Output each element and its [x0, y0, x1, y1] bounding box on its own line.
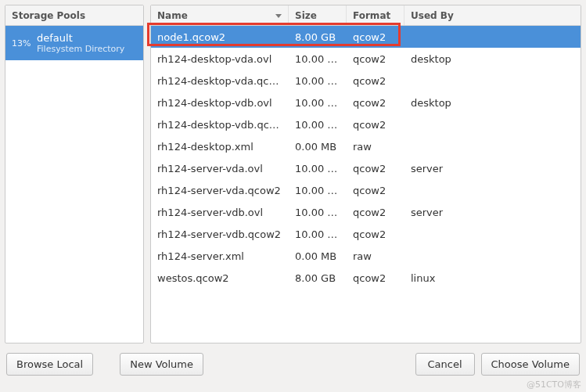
cell-format: raw	[347, 245, 404, 267]
cell-name: rh124-server-vdb.qcow2	[151, 223, 289, 245]
cell-format: qcow2	[347, 267, 404, 289]
cell-name: rh124-desktop-vda.qcow2	[151, 70, 289, 92]
table-row[interactable]: rh124-desktop-vda.ovl10.00 GBqcow2deskto…	[151, 48, 581, 70]
cell-name: rh124-server-vdb.ovl	[151, 201, 289, 223]
cell-size: 10.00 GB	[289, 223, 347, 245]
pool-name: default	[37, 32, 124, 45]
cell-name: rh124-desktop-vdb.ovl	[151, 92, 289, 113]
pool-row-default[interactable]: 13% default Filesystem Directory	[5, 26, 143, 60]
cell-format: qcow2	[347, 92, 404, 113]
col-header-name[interactable]: Name	[151, 5, 289, 25]
cell-used: linux	[404, 267, 581, 289]
table-row[interactable]: rh124-desktop-vda.qcow210.00 GBqcow2	[151, 70, 581, 92]
cell-format: qcow2	[347, 113, 404, 135]
cell-format: raw	[347, 135, 404, 157]
col-header-used-by-label: Used By	[411, 10, 454, 21]
cell-size: 10.00 GB	[289, 179, 347, 201]
cell-format: qcow2	[347, 70, 404, 92]
cell-name: rh124-server-vda.ovl	[151, 157, 289, 179]
storage-pools-panel: Storage Pools 13% default Filesystem Dir…	[5, 5, 144, 343]
volumes-header-row: Name Size Format Used By	[151, 5, 581, 26]
cell-used: desktop	[404, 92, 581, 113]
cell-used	[404, 26, 581, 48]
col-header-name-label: Name	[157, 10, 188, 21]
col-header-size-label: Size	[295, 10, 317, 21]
cell-name: rh124-desktop-vdb.qcow2	[151, 113, 289, 135]
col-header-used-by[interactable]: Used By	[404, 5, 581, 25]
table-row[interactable]: rh124-desktop-vdb.qcow210.00 GBqcow2	[151, 113, 581, 135]
table-row[interactable]: rh124-desktop-vdb.ovl10.00 GBqcow2deskto…	[151, 92, 581, 113]
cell-format: qcow2	[347, 179, 404, 201]
cell-name: rh124-desktop.xml	[151, 135, 289, 157]
browse-local-button[interactable]: Browse Local	[6, 353, 93, 376]
cell-name: rh124-server-vda.qcow2	[151, 179, 289, 201]
table-row[interactable]: rh124-desktop.xml0.00 MBraw	[151, 135, 581, 157]
col-header-format-label: Format	[353, 10, 390, 21]
table-row[interactable]: rh124-server-vda.qcow210.00 GBqcow2	[151, 179, 581, 201]
cell-size: 10.00 GB	[289, 92, 347, 113]
cell-used: server	[404, 157, 581, 179]
cell-size: 8.00 GB	[289, 267, 347, 289]
table-row[interactable]: rh124-server-vda.ovl10.00 GBqcow2server	[151, 157, 581, 179]
storage-pools-header-label: Storage Pools	[5, 5, 143, 25]
table-row[interactable]: rh124-server.xml0.00 MBraw	[151, 245, 581, 267]
cell-name: westos.qcow2	[151, 267, 289, 289]
cell-used	[404, 135, 581, 157]
choose-volume-button[interactable]: Choose Volume	[481, 353, 580, 376]
bottom-toolbar: Browse Local New Volume Cancel Choose Vo…	[0, 348, 586, 382]
volumes-list[interactable]: node1.qcow28.00 GBqcow2rh124-desktop-vda…	[151, 26, 581, 343]
cell-used	[404, 179, 581, 201]
cell-used	[404, 70, 581, 92]
cell-used: desktop	[404, 48, 581, 70]
cell-used: server	[404, 201, 581, 223]
cell-format: qcow2	[347, 201, 404, 223]
cell-format: qcow2	[347, 223, 404, 245]
cell-size: 0.00 MB	[289, 245, 347, 267]
cell-name: rh124-desktop-vda.ovl	[151, 48, 289, 70]
cell-format: qcow2	[347, 157, 404, 179]
cell-size: 10.00 GB	[289, 113, 347, 135]
cell-size: 10.00 GB	[289, 70, 347, 92]
pool-usage-percent: 13%	[12, 38, 31, 49]
cell-name: node1.qcow2	[151, 26, 289, 48]
table-row[interactable]: node1.qcow28.00 GBqcow2	[151, 26, 581, 48]
cell-format: qcow2	[347, 26, 404, 48]
col-header-format[interactable]: Format	[347, 5, 404, 25]
cell-size: 10.00 GB	[289, 48, 347, 70]
cell-size: 8.00 GB	[289, 26, 347, 48]
storage-pools-list: 13% default Filesystem Directory	[5, 26, 143, 343]
volumes-panel: Name Size Format Used By node1.qcow28.00…	[150, 5, 581, 343]
chevron-down-icon	[275, 14, 282, 18]
table-row[interactable]: rh124-server-vdb.qcow210.00 GBqcow2	[151, 223, 581, 245]
cell-format: qcow2	[347, 48, 404, 70]
cell-size: 0.00 MB	[289, 135, 347, 157]
cell-used	[404, 223, 581, 245]
cell-name: rh124-server.xml	[151, 245, 289, 267]
cell-size: 10.00 GB	[289, 201, 347, 223]
table-row[interactable]: westos.qcow28.00 GBqcow2linux	[151, 267, 581, 289]
cell-size: 10.00 GB	[289, 157, 347, 179]
cell-used	[404, 245, 581, 267]
table-row[interactable]: rh124-server-vdb.ovl10.00 GBqcow2server	[151, 201, 581, 223]
cell-used	[404, 113, 581, 135]
pool-type: Filesystem Directory	[37, 44, 124, 54]
cancel-button[interactable]: Cancel	[415, 353, 475, 376]
col-header-size[interactable]: Size	[289, 5, 347, 25]
new-volume-button[interactable]: New Volume	[120, 353, 203, 376]
storage-pools-header: Storage Pools	[5, 5, 143, 26]
